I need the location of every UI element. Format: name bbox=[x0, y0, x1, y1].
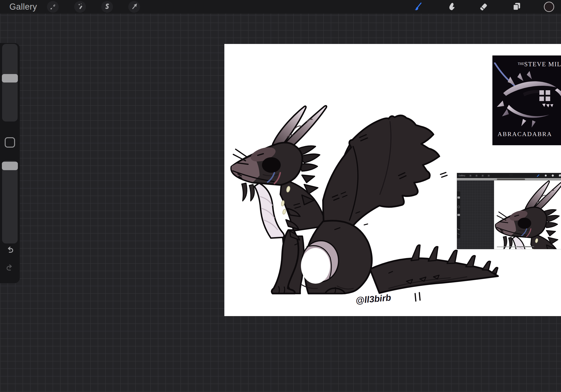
mini-transform-icon bbox=[487, 174, 490, 177]
album-reference-image: THESTEVE MILL ABRACADABRA bbox=[492, 55, 561, 145]
artist-signature: @ll3birb bbox=[355, 293, 391, 305]
drawing-canvas[interactable]: @ll3birb THESTEVE MILL ABRACADABRA bbox=[224, 44, 561, 316]
brush-sidebar bbox=[0, 43, 20, 283]
mini-sidebar bbox=[457, 191, 460, 238]
mini-gallery-label: Gallery bbox=[459, 174, 465, 177]
paint-tool-button[interactable] bbox=[412, 2, 423, 12]
mini-selection-icon bbox=[481, 174, 484, 177]
mini-redo-icon bbox=[458, 233, 460, 235]
top-toolbar: Gallery bbox=[0, 0, 561, 14]
mini-modify-button bbox=[458, 206, 460, 208]
procreate-workspace: Gallery bbox=[0, 0, 561, 392]
undo-button[interactable] bbox=[5, 245, 15, 254]
undo-icon bbox=[5, 251, 15, 255]
album-eye-art bbox=[492, 63, 561, 133]
smudge-finger-icon bbox=[446, 2, 456, 12]
erase-tool-button[interactable] bbox=[478, 2, 489, 12]
mini-recording-bar bbox=[457, 178, 561, 181]
opacity-slider[interactable] bbox=[2, 161, 18, 243]
mini-layers-icon bbox=[559, 174, 561, 176]
modify-button[interactable] bbox=[5, 137, 15, 148]
redo-button[interactable] bbox=[5, 263, 15, 272]
wrench-icon bbox=[49, 3, 57, 11]
mini-wand-icon bbox=[475, 174, 478, 177]
mini-recording-label bbox=[497, 179, 525, 180]
mini-size-handle bbox=[457, 196, 460, 199]
mini-undo-icon bbox=[458, 229, 460, 230]
redo-icon bbox=[5, 269, 15, 273]
mini-opacity-handle bbox=[457, 214, 460, 216]
actions-button[interactable] bbox=[47, 1, 59, 13]
adjustments-button[interactable] bbox=[74, 1, 86, 13]
mini-wrench-icon bbox=[469, 174, 472, 177]
mini-eraser-icon bbox=[551, 174, 554, 177]
paintbrush-icon bbox=[412, 2, 422, 12]
mini-smudge-icon bbox=[545, 174, 547, 176]
mini-canvas bbox=[494, 181, 561, 249]
gallery-button[interactable]: Gallery bbox=[9, 2, 37, 12]
layers-button[interactable] bbox=[511, 2, 522, 12]
smudge-tool-button[interactable] bbox=[445, 2, 456, 12]
brush-size-handle[interactable] bbox=[2, 74, 18, 83]
selection-s-icon bbox=[103, 3, 111, 11]
mini-topbar-ellipsis: ··· bbox=[509, 174, 513, 176]
eraser-icon bbox=[479, 2, 489, 12]
mini-screenshot-reference: Gallery ··· bbox=[457, 173, 561, 249]
magic-wand-icon bbox=[76, 3, 84, 11]
mini-content bbox=[457, 181, 561, 249]
mini-underline-dark bbox=[517, 246, 534, 247]
selection-button[interactable] bbox=[101, 1, 113, 13]
brush-size-slider[interactable] bbox=[2, 44, 18, 121]
album-title-text: ABRACADABRA bbox=[497, 131, 552, 138]
mini-dragon-head bbox=[494, 181, 561, 249]
mini-workspace-background bbox=[457, 181, 494, 249]
opacity-handle[interactable] bbox=[2, 162, 18, 170]
layers-icon bbox=[512, 2, 521, 12]
transform-arrow-icon bbox=[130, 3, 138, 11]
color-button[interactable] bbox=[544, 2, 554, 12]
mini-paintbrush-icon bbox=[537, 174, 539, 177]
transform-button[interactable] bbox=[128, 1, 140, 13]
mini-topbar: Gallery ··· bbox=[457, 173, 561, 178]
